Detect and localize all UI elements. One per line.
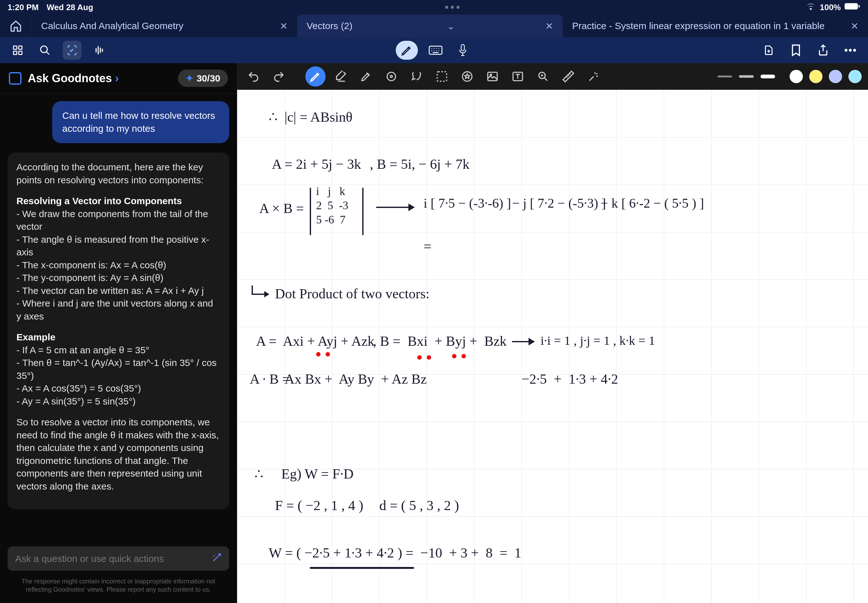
bookmark-icon[interactable] [786, 41, 805, 60]
note-line: Eg) W = F·D [281, 466, 354, 482]
ruler-tool-icon[interactable] [558, 66, 579, 87]
note-line: ∴ |c| = ABsinθ [269, 109, 353, 125]
eraser-tool-icon[interactable] [331, 66, 351, 87]
tab-practice[interactable]: Practice - System linear expression or e… [563, 14, 868, 37]
close-icon[interactable]: ✕ [542, 20, 553, 32]
svg-rect-7 [429, 46, 442, 54]
zoom-tool-icon[interactable] [533, 66, 553, 87]
search-icon[interactable] [36, 41, 54, 60]
select-rect-icon[interactable] [432, 66, 452, 87]
magic-wand-icon[interactable] [212, 552, 222, 565]
lasso-tool-icon[interactable] [407, 66, 427, 87]
redo-icon[interactable] [269, 66, 289, 87]
note-canvas[interactable]: ∴ |c| = ABsinθ A = 2i + 5j − 3k , B = 5i… [237, 90, 868, 603]
pen-mode-icon[interactable] [396, 41, 418, 60]
stroke-width-picker[interactable] [718, 74, 775, 78]
note-matrix-row: 2 5 -3 [316, 199, 348, 212]
color-cyan[interactable] [848, 70, 862, 83]
grid-view-icon[interactable] [8, 41, 27, 60]
status-date: Wed 28 Aug [47, 3, 93, 12]
chevron-down-icon[interactable]: ⌄ [439, 20, 455, 32]
stroke-med[interactable] [739, 75, 754, 78]
svg-point-12 [387, 73, 396, 81]
chat-input-field[interactable] [14, 553, 212, 564]
undo-icon[interactable] [243, 66, 264, 87]
new-page-icon[interactable] [759, 41, 778, 60]
sticker-star-icon[interactable] [457, 66, 477, 87]
note-line: + k [ 6·-2 − ( 5·5 ) ] [600, 196, 704, 211]
top-toolbar [0, 37, 868, 63]
color-lilac[interactable] [829, 70, 842, 83]
sidebar-title[interactable]: Ask Goodnotes › [28, 72, 172, 85]
close-icon[interactable]: ✕ [276, 20, 288, 32]
note-line: F = ( −2 , 1 , 4 ) [275, 498, 363, 513]
text-tool-icon[interactable] [507, 66, 528, 87]
chat-scroll[interactable]: Can u tell me how to resolve vectors acc… [0, 94, 237, 540]
pen-tool-icon[interactable] [305, 66, 326, 87]
note-line: i [ 7·5 − (-3·-6) ] [424, 196, 511, 211]
battery-icon [845, 3, 860, 12]
note-line: A = 2i + 5j − 3k [272, 156, 361, 172]
tab-label: Vectors (2) [306, 20, 353, 31]
close-icon[interactable]: ✕ [847, 20, 859, 32]
red-mark-icon [316, 352, 320, 357]
chat-input[interactable] [8, 546, 229, 571]
svg-point-10 [849, 49, 852, 52]
underline-mark [310, 567, 414, 569]
note-matrix-row: 5 -6 7 [316, 213, 345, 226]
stroke-thin[interactable] [718, 76, 732, 77]
tab-vectors[interactable]: Vectors (2) ⌄ ✕ [297, 14, 563, 37]
share-icon[interactable] [814, 41, 832, 60]
wifi-icon [806, 3, 816, 12]
red-mark-icon [461, 354, 466, 359]
color-picker[interactable] [790, 70, 862, 83]
more-icon[interactable] [841, 41, 860, 60]
note-line: −2·5 + 1·3 + 4·2 [521, 371, 618, 387]
note-line: − j [ 7·2 − (-5·3) ] [512, 196, 606, 211]
red-mark-icon [417, 355, 422, 360]
color-yellow[interactable] [809, 70, 823, 83]
svg-rect-0 [845, 3, 858, 9]
color-white[interactable] [790, 70, 803, 83]
note-line: = [424, 238, 432, 254]
svg-rect-2 [14, 46, 17, 49]
home-button[interactable] [0, 14, 32, 37]
svg-point-6 [41, 46, 47, 53]
note-line: W = ( −2·5 + 1·3 + 4·2 ) = −10 + 3 + 8 =… [269, 545, 521, 561]
note-line: d = ( 5 , 3 , 2 ) [379, 498, 459, 513]
indent-arrow-icon [253, 294, 269, 295]
status-time: 1:20 PM [8, 3, 39, 12]
panel-toggle-icon[interactable] [9, 72, 22, 85]
stroke-thick[interactable] [761, 74, 775, 78]
laser-tool-icon[interactable] [583, 66, 604, 87]
note-line: , B = Bxi + Byj + Bzk [373, 333, 507, 349]
note-line: , B = 5i, − 6j + 7k [370, 156, 469, 172]
lasso-ai-icon[interactable] [63, 41, 82, 60]
note-line: A × B = [259, 200, 304, 216]
keyboard-icon[interactable] [426, 41, 445, 60]
svg-rect-1 [859, 5, 860, 8]
ask-goodnotes-sidebar: Ask Goodnotes › ✦ 30/30 Can u tell me ho… [0, 63, 237, 603]
shape-tool-icon[interactable] [381, 66, 401, 87]
sparkle-icon: ✦ [186, 73, 193, 84]
svg-rect-4 [14, 51, 17, 55]
highlighter-tool-icon[interactable] [356, 66, 376, 87]
tab-calculus[interactable]: Calculus And Analytical Geometry ✕ [32, 14, 297, 37]
microphone-icon[interactable] [453, 41, 472, 60]
multitask-dots[interactable] [445, 6, 460, 9]
credits-badge[interactable]: ✦ 30/30 [178, 70, 228, 87]
red-mark-icon [326, 352, 330, 357]
note-line: ∴ [254, 466, 263, 482]
red-mark-icon [452, 354, 456, 359]
note-matrix-row: i j k [316, 185, 345, 198]
arrow-icon [512, 341, 534, 342]
tab-bar: Calculus And Analytical Geometry ✕ Vecto… [0, 14, 868, 37]
audio-wave-icon[interactable] [90, 41, 109, 60]
credits-value: 30/30 [196, 73, 220, 84]
status-bar: 1:20 PM Wed 28 Aug 100% [0, 0, 868, 14]
note-line: Ax Bx + Ay By + Az Bz [285, 371, 427, 387]
arrow-icon [376, 207, 414, 208]
svg-rect-8 [461, 45, 464, 51]
image-tool-icon[interactable] [482, 66, 503, 87]
svg-rect-5 [19, 51, 22, 55]
